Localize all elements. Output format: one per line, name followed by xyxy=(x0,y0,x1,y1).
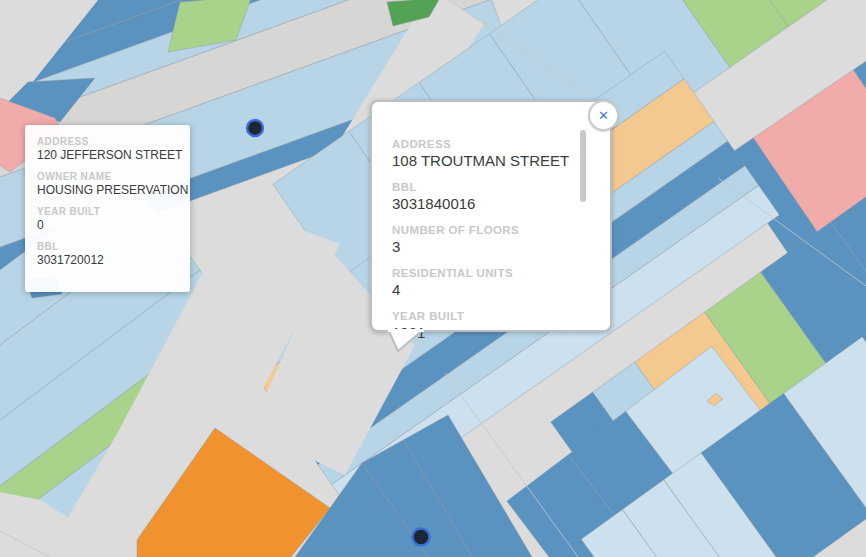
field-label: BBL xyxy=(392,181,590,193)
popup-tail xyxy=(388,329,428,353)
field-label: RESIDENTIAL UNITS xyxy=(392,267,590,279)
field-label: YEAR BUILT xyxy=(37,206,178,217)
field-value: HOUSING PRESERVATION xyxy=(37,183,178,197)
field-label: YEAR BUILT xyxy=(392,310,590,322)
field-label: OWNER NAME xyxy=(37,171,178,182)
field-value: 108 TROUTMAN STREET xyxy=(392,152,590,169)
field-value: 0 xyxy=(37,218,178,232)
map-app: ADDRESS 120 JEFFERSON STREET OWNER NAME … xyxy=(0,0,866,557)
field-label: BBL xyxy=(37,241,178,252)
field-value: 3031840016 xyxy=(392,195,590,212)
map-point-marker[interactable] xyxy=(247,120,263,136)
left-info-popup: ADDRESS 120 JEFFERSON STREET OWNER NAME … xyxy=(25,125,190,292)
close-icon[interactable]: ✕ xyxy=(588,100,619,131)
field-label: NUMBER OF FLOORS xyxy=(392,224,590,236)
field-label: ADDRESS xyxy=(392,138,590,150)
map-point-marker[interactable] xyxy=(413,529,430,546)
field-value: 3031720012 xyxy=(37,253,178,267)
popup-scrollbar[interactable] xyxy=(580,130,586,202)
right-info-popup: ADDRESS 108 TROUTMAN STREET BBL 30318400… xyxy=(370,100,612,332)
field-value: 4 xyxy=(392,281,590,298)
field-value: 3 xyxy=(392,238,590,255)
field-label: ADDRESS xyxy=(37,136,178,147)
field-value: 120 JEFFERSON STREET xyxy=(37,148,178,162)
